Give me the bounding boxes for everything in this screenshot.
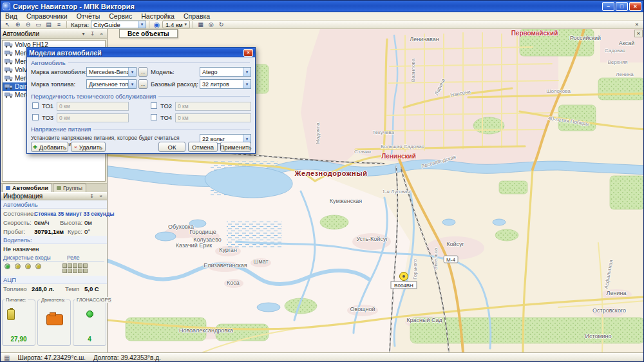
close-button[interactable]: × <box>629 2 641 11</box>
model-select[interactable]: Atego <box>200 67 251 77</box>
truck-icon <box>5 92 13 98</box>
svg-text:М-4: М-4 <box>446 257 455 263</box>
pin-icon[interactable]: ↧ <box>88 193 95 199</box>
chevron-down-icon[interactable]: ▾ <box>80 31 87 37</box>
fuel-label: Топливо <box>3 285 32 292</box>
vehicles-panel-header[interactable]: Автомобили ▾ ↧ × <box>1 29 107 39</box>
toolbar-icon: ▤ <box>46 21 52 28</box>
fuel-value: 248,0 л. <box>32 285 65 292</box>
zoom-out-button[interactable]: ⊖ <box>23 21 33 28</box>
to4-label: ТО4 <box>160 114 172 121</box>
driver-value: Не назначен <box>3 245 39 252</box>
to4-input[interactable]: 0 км <box>175 113 251 122</box>
toolbar-icon: ↖ <box>5 21 10 28</box>
map-close-icon[interactable]: × <box>634 30 643 37</box>
brand-label: Марка автомобиля: <box>31 68 86 75</box>
ok-button[interactable]: ОК <box>158 142 185 152</box>
marker-icon-button[interactable]: ◉ <box>152 21 162 29</box>
longitude-value: Долгота: 39.42353°в.д. <box>93 354 161 361</box>
menu-item[interactable]: Справочники <box>22 12 72 20</box>
relay-cell <box>62 263 67 268</box>
refresh-button[interactable]: ↻ <box>216 21 226 28</box>
scale-value: 1.4 км <box>166 21 183 28</box>
toolbar-close-icon[interactable]: × <box>632 21 641 28</box>
tab-vehicles[interactable]: Автомобили <box>2 184 52 192</box>
truck-icon <box>5 67 13 73</box>
toolbar-icon: ≡ <box>57 21 61 28</box>
toolbar-icon: ▭ <box>35 21 41 28</box>
brand-select[interactable]: Mercedes-Benz <box>86 67 137 77</box>
info-panel-body: Автомобиль Состояние: Стоянка 35 минут 3… <box>1 200 107 352</box>
dialog-titlebar[interactable]: Модели автомобилей × <box>27 48 255 57</box>
dialog-close-button[interactable]: × <box>243 49 253 57</box>
power-value: 27,90 <box>3 336 35 343</box>
battery-icon <box>7 309 15 320</box>
titlebar[interactable]: Сириус Навигатор - МПК Виктория – □ × <box>1 1 643 12</box>
layers-button[interactable]: ▤ <box>44 21 53 28</box>
menu-item[interactable]: Справка <box>179 12 214 20</box>
to3-checkbox[interactable] <box>32 114 39 120</box>
input-led <box>25 263 31 269</box>
grid-button[interactable]: ▦ <box>196 21 205 28</box>
fuel-brand-label: Марка топлива: <box>31 81 75 88</box>
input-led <box>15 263 21 269</box>
pan-tool-button[interactable]: ▭ <box>33 21 43 28</box>
fuel-select[interactable]: Дизельное топливо <box>86 79 137 89</box>
menu-item[interactable]: Отчёты <box>72 12 105 20</box>
tab-all-objects[interactable]: Все объекты <box>119 29 178 38</box>
to2-input[interactable]: 0 км <box>175 102 251 111</box>
panel-close-icon[interactable]: × <box>98 31 105 37</box>
minimize-button[interactable]: – <box>602 2 614 11</box>
section-driver: Водитель: <box>1 236 107 244</box>
panel-close-icon[interactable]: × <box>97 193 104 199</box>
pin-icon[interactable]: ↧ <box>89 31 96 37</box>
consumption-label: Базовый расход: <box>151 81 198 88</box>
apply-button[interactable]: Применить <box>220 142 251 152</box>
menu-item[interactable]: Сервис <box>104 12 137 20</box>
toolbar-icon: ◎ <box>209 21 214 28</box>
plus-icon: ✚ <box>33 144 37 150</box>
fuel-more-button[interactable]: ... <box>138 79 147 89</box>
add-button[interactable]: ✚ Добавить <box>31 142 68 152</box>
to2-label: ТО2 <box>160 102 172 110</box>
info-panel-header[interactable]: Информация ↧ × <box>1 192 107 200</box>
vehicles-panel-title: Автомобили <box>3 30 78 37</box>
course-value: 0° <box>84 228 90 235</box>
input-leds <box>3 263 62 269</box>
cancel-button[interactable]: Отмена <box>188 142 218 152</box>
menu-item[interactable]: Настройка <box>137 12 179 20</box>
engine-icon <box>46 314 63 325</box>
truck-icon <box>5 42 13 48</box>
brand-more-button[interactable]: ... <box>138 67 147 77</box>
to2-checkbox[interactable] <box>151 102 157 109</box>
legend-button[interactable]: ≡ <box>54 21 64 28</box>
toolbar-icon: ↻ <box>219 21 224 28</box>
groups-tab-icon <box>57 186 61 190</box>
relay-cell <box>62 269 67 273</box>
mileage-label: Пробег: <box>3 228 34 235</box>
power-groupbox: Питание: 27,90 <box>2 300 35 346</box>
temp-label: Темп <box>65 285 84 292</box>
scale-control[interactable]: 1.4 км ▾ <box>162 21 190 28</box>
globe-button[interactable]: ◎ <box>206 21 216 28</box>
zoom-in-button[interactable]: ⊕ <box>13 21 23 28</box>
input-led <box>5 263 10 269</box>
to1-input[interactable]: 0 км <box>57 102 129 111</box>
car-models-dialog: Модели автомобилей × Автомобиль Марка ав… <box>26 47 256 154</box>
bottom-tab-strip: Автомобили Группы <box>1 183 107 192</box>
toolbar-icon: ▦ <box>198 21 204 28</box>
to3-input[interactable]: 0 км <box>57 113 129 122</box>
consumption-select[interactable]: 32 литров <box>200 79 251 89</box>
gps-box-label: ГЛОНАСС/GPS <box>75 297 112 303</box>
maximize-button[interactable]: □ <box>616 2 628 11</box>
relay-cell <box>83 269 88 273</box>
select-tool-button[interactable]: ↖ <box>3 21 12 28</box>
to1-checkbox[interactable] <box>32 102 39 109</box>
menu-item[interactable]: Вид <box>1 12 22 20</box>
relay-label: Реле <box>67 254 104 262</box>
delete-button[interactable]: × Удалить <box>71 142 106 152</box>
input-led <box>35 263 41 269</box>
tab-groups[interactable]: Группы <box>53 184 86 192</box>
map-select[interactable]: CityGuide <box>91 21 146 28</box>
to4-checkbox[interactable] <box>151 114 157 120</box>
